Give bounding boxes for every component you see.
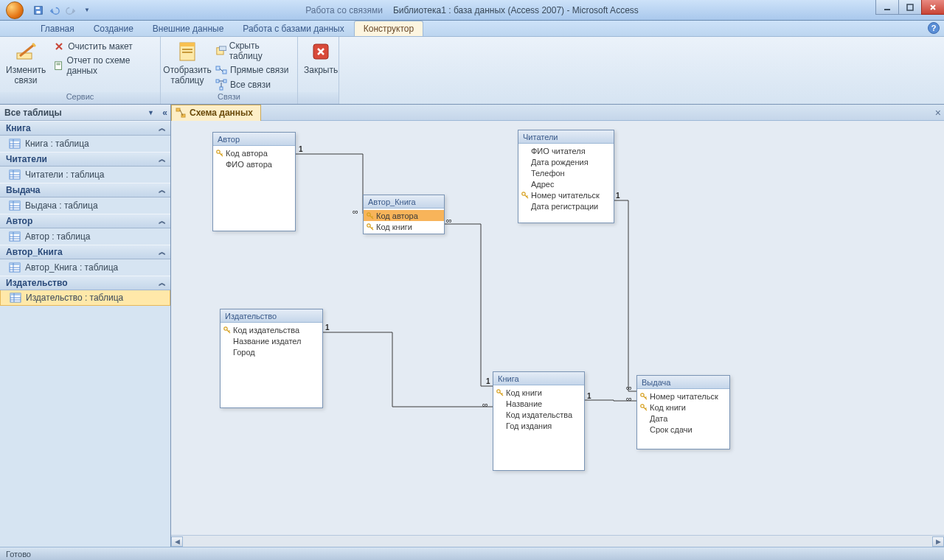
table-header[interactable]: Автор_Книга <box>364 195 444 209</box>
table-icon <box>9 262 21 273</box>
relationship-report-button[interactable]: Отчет по схеме данных <box>50 55 156 77</box>
table-field[interactable]: Код автора <box>364 210 444 221</box>
table-izdatelstvo[interactable]: ИздательствоКод издательстваНазвание изд… <box>220 309 323 408</box>
table-icon <box>9 200 21 211</box>
nav-collapse-icon[interactable]: « <box>162 108 167 118</box>
edit-relationships-button[interactable]: Изменить связи <box>4 38 47 87</box>
nav-group-Книга[interactable]: Книга︽ <box>0 121 170 136</box>
table-field[interactable]: Адрес <box>518 178 614 189</box>
table-vydacha[interactable]: ВыдачаНомер читательскКод книгиДатаСрок … <box>636 375 730 449</box>
office-button[interactable] <box>2 0 27 21</box>
chevron-up-icon: ︽ <box>159 185 166 195</box>
table-field[interactable]: Код книги <box>364 221 444 232</box>
help-icon[interactable]: ? <box>928 22 940 34</box>
nav-group-Читатели[interactable]: Читатели︽ <box>0 152 170 167</box>
nav-group-Автор[interactable]: Автор︽ <box>0 214 170 228</box>
nav-group-Автор_Книга[interactable]: Автор_Книга︽ <box>0 245 170 259</box>
table-field[interactable]: Дата <box>637 413 729 424</box>
table-avtor-kniga[interactable]: Автор_КнигаКод автораКод книги <box>363 195 445 234</box>
nav-item[interactable]: Книга : таблица <box>0 136 170 152</box>
all-relationships-button[interactable]: Все связи <box>212 78 293 91</box>
hide-table-icon <box>215 45 226 57</box>
undo-icon[interactable] <box>48 4 61 17</box>
table-field[interactable]: Код автора <box>213 147 295 158</box>
scroll-left-icon[interactable]: ◀ <box>171 536 183 547</box>
svg-rect-10 <box>180 43 195 46</box>
nav-header[interactable]: Все таблицы ▼ « <box>0 105 170 121</box>
document-tab-strip: Схема данных × <box>171 105 944 121</box>
close-button[interactable] <box>921 0 944 15</box>
table-field[interactable]: Код книги <box>637 402 729 413</box>
hide-table-button[interactable]: Скрыть таблицу <box>212 40 293 62</box>
scroll-right-icon[interactable]: ▶ <box>932 536 944 547</box>
table-icon <box>10 293 21 303</box>
svg-rect-22 <box>10 139 20 141</box>
key-icon <box>521 192 529 199</box>
table-field[interactable]: Год издания <box>493 420 584 431</box>
table-field[interactable]: Код книги <box>493 387 584 398</box>
nav-item[interactable]: Читатели : таблица <box>0 167 170 183</box>
table-field[interactable]: Номер читательск <box>637 391 729 402</box>
table-header[interactable]: Автор <box>213 133 295 146</box>
nav-item[interactable]: Издательство : таблица <box>0 290 170 306</box>
nav-dropdown-icon[interactable]: ▼ <box>148 109 154 116</box>
tab-dbtools[interactable]: Работа с базами данных <box>233 21 353 36</box>
window-title: Библиотека1 : база данных (Access 2007) … <box>393 5 639 15</box>
table-icon <box>9 231 21 242</box>
svg-rect-42 <box>10 263 20 265</box>
table-field[interactable]: Город <box>221 346 322 357</box>
table-field[interactable]: Дата рождения <box>518 156 614 167</box>
key-icon <box>367 223 374 231</box>
tab-close-icon[interactable]: × <box>935 107 941 119</box>
relationships-icon <box>176 108 186 118</box>
tab-external[interactable]: Внешние данные <box>143 21 234 36</box>
table-kniga[interactable]: КнигаКод книгиНазваниеКод издательстваГо… <box>493 371 585 471</box>
table-field[interactable]: Название <box>493 398 584 409</box>
table-field[interactable]: Номер читательск <box>518 189 614 200</box>
svg-rect-12 <box>182 52 192 53</box>
table-header[interactable]: Книга <box>493 372 584 385</box>
svg-text:∞: ∞ <box>446 216 452 225</box>
close-designer-button[interactable]: Закрыть <box>302 38 339 77</box>
tab-design[interactable]: Конструктор <box>354 21 423 36</box>
table-chitateli[interactable]: ЧитателиФИО читателяДата рожденияТелефон… <box>518 130 614 223</box>
table-field[interactable]: ФИО читателя <box>518 145 614 156</box>
svg-text:∞: ∞ <box>626 394 632 403</box>
save-icon[interactable] <box>32 4 45 17</box>
redo-icon[interactable] <box>64 4 77 17</box>
direct-relationships-button[interactable]: Прямые связи <box>212 63 293 77</box>
tab-schema[interactable]: Схема данных <box>171 105 261 121</box>
table-header[interactable]: Издательство <box>221 309 322 323</box>
chevron-up-icon: ︽ <box>159 278 166 288</box>
table-header[interactable]: Читатели <box>518 130 614 144</box>
clear-layout-button[interactable]: Очистить макет <box>50 40 156 53</box>
table-header[interactable]: Выдача <box>637 376 729 389</box>
group-label-tools: Сервис <box>0 92 160 104</box>
qat-dropdown-icon[interactable]: ▼ <box>80 4 94 17</box>
clear-icon <box>53 41 65 52</box>
svg-rect-51 <box>176 108 180 111</box>
table-field[interactable]: Телефон <box>518 167 614 178</box>
table-field[interactable]: Название издател <box>221 335 322 346</box>
table-field[interactable]: Срок сдачи <box>637 424 729 435</box>
table-field[interactable]: Дата регистрации <box>518 200 614 211</box>
nav-item[interactable]: Выдача : таблица <box>0 197 170 214</box>
relationships-canvas[interactable]: 1 ∞ ∞ 1 1 ∞ 1 ∞ 1 ∞ АвторКод автораФИО а… <box>171 121 944 547</box>
nav-item[interactable]: Автор : таблица <box>0 228 170 245</box>
navigation-pane: Все таблицы ▼ « Книга︽Книга : таблицаЧит… <box>0 105 171 547</box>
maximize-button[interactable] <box>898 0 922 15</box>
svg-text:∞: ∞ <box>353 207 358 216</box>
table-field[interactable]: Код издательства <box>493 409 584 420</box>
tab-home[interactable]: Главная <box>31 21 84 36</box>
nav-group-Издательство[interactable]: Издательство︽ <box>0 276 170 290</box>
table-avtor[interactable]: АвторКод автораФИО автора <box>212 132 296 231</box>
tab-create[interactable]: Создание <box>84 21 143 36</box>
show-table-button[interactable]: Отобразить таблицу <box>165 38 209 87</box>
nav-item[interactable]: Автор_Книга : таблица <box>0 259 170 276</box>
minimize-button[interactable] <box>875 0 899 15</box>
svg-rect-11 <box>182 49 192 50</box>
table-field[interactable]: ФИО автора <box>213 158 295 169</box>
table-field[interactable]: Код издательства <box>221 324 322 335</box>
horizontal-scrollbar[interactable]: ◀ ▶ <box>171 535 944 547</box>
nav-group-Выдача[interactable]: Выдача︽ <box>0 183 170 197</box>
